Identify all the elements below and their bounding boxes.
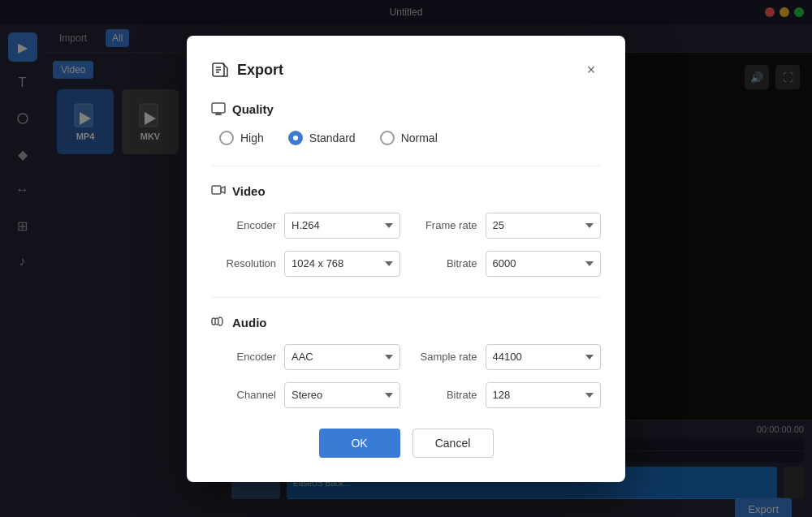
audio-section: Audio Encoder AAC MP3 PCM Sample rate 22 bbox=[211, 314, 601, 408]
video-bitrate-select[interactable]: 2000 4000 6000 8000 10000 bbox=[486, 251, 602, 277]
svg-marker-10 bbox=[221, 187, 225, 193]
audio-section-header: Audio bbox=[211, 314, 601, 332]
video-encoder-select[interactable]: H.264 H.265 VP9 bbox=[284, 213, 400, 239]
video-icon bbox=[211, 183, 226, 200]
video-bitrate-row: Bitrate 2000 4000 6000 8000 10000 bbox=[421, 251, 602, 277]
audio-samplerate-select[interactable]: 22050 44100 48000 bbox=[486, 344, 601, 370]
dialog-footer: OK Cancel bbox=[211, 429, 601, 458]
audio-bitrate-row: Bitrate 64 128 192 256 320 bbox=[421, 382, 602, 408]
video-encoder-label: Encoder bbox=[219, 219, 276, 231]
audio-channel-row: Channel Mono Stereo bbox=[219, 382, 400, 408]
quality-normal-label: Normal bbox=[401, 131, 438, 144]
modal-overlay: Export × Quality High bbox=[0, 0, 812, 517]
export-icon bbox=[211, 60, 229, 80]
dialog-header: Export × bbox=[211, 60, 601, 80]
quality-standard-radio[interactable] bbox=[288, 131, 303, 145]
quality-icon bbox=[211, 101, 226, 118]
ok-button[interactable]: OK bbox=[319, 429, 400, 458]
quality-high-option[interactable]: High bbox=[219, 131, 264, 145]
video-section-title: Video bbox=[232, 184, 266, 198]
cancel-button[interactable]: Cancel bbox=[412, 429, 494, 458]
audio-channel-label: Channel bbox=[219, 389, 276, 401]
svg-rect-9 bbox=[212, 186, 221, 194]
video-section-header: Video bbox=[211, 183, 601, 200]
video-resolution-label: Resolution bbox=[219, 257, 276, 269]
quality-standard-option[interactable]: Standard bbox=[288, 131, 356, 145]
audio-section-title: Audio bbox=[232, 316, 267, 330]
audio-bitrate-select[interactable]: 64 128 192 256 320 bbox=[486, 382, 602, 408]
quality-standard-label: Standard bbox=[309, 131, 356, 144]
video-framerate-row: Frame rate 24 25 30 60 bbox=[421, 213, 602, 239]
dialog-title: Export bbox=[237, 62, 283, 79]
audio-samplerate-row: Sample rate 22050 44100 48000 bbox=[421, 344, 602, 370]
video-resolution-select[interactable]: 1920 x 1080 1280 x 720 1024 x 768 854 x … bbox=[284, 251, 400, 277]
video-encoder-row: Encoder H.264 H.265 VP9 bbox=[219, 213, 400, 239]
video-resolution-row: Resolution 1920 x 1080 1280 x 720 1024 x… bbox=[219, 251, 400, 277]
audio-channel-select[interactable]: Mono Stereo bbox=[284, 382, 400, 408]
quality-high-label: High bbox=[240, 131, 264, 144]
audio-bitrate-label: Bitrate bbox=[421, 389, 477, 401]
quality-radio-group: High Standard Normal bbox=[211, 131, 601, 145]
audio-samplerate-label: Sample rate bbox=[421, 351, 477, 363]
audio-icon bbox=[211, 314, 226, 332]
svg-rect-6 bbox=[212, 103, 225, 113]
divider-2 bbox=[211, 297, 601, 298]
divider-1 bbox=[211, 166, 601, 166]
audio-encoder-select[interactable]: AAC MP3 PCM bbox=[284, 344, 400, 370]
export-dialog: Export × Quality High bbox=[187, 36, 625, 482]
quality-high-radio[interactable] bbox=[219, 131, 234, 145]
quality-normal-radio[interactable] bbox=[380, 131, 395, 145]
video-form-grid: Encoder H.264 H.265 VP9 Frame rate 24 25… bbox=[211, 213, 601, 277]
audio-encoder-row: Encoder AAC MP3 PCM bbox=[219, 344, 400, 370]
dialog-close-btn[interactable]: × bbox=[581, 60, 601, 80]
quality-section-title: Quality bbox=[232, 102, 274, 116]
quality-section: Quality High Standard Normal bbox=[211, 101, 601, 145]
dialog-title-area: Export bbox=[211, 60, 283, 80]
quality-normal-option[interactable]: Normal bbox=[380, 131, 438, 145]
quality-section-header: Quality bbox=[211, 101, 601, 118]
video-framerate-label: Frame rate bbox=[421, 219, 477, 231]
audio-form-grid: Encoder AAC MP3 PCM Sample rate 22050 44… bbox=[211, 344, 601, 408]
video-section: Video Encoder H.264 H.265 VP9 Frame rate bbox=[211, 183, 601, 277]
audio-encoder-label: Encoder bbox=[219, 351, 276, 363]
video-framerate-select[interactable]: 24 25 30 60 bbox=[486, 213, 602, 239]
video-bitrate-label: Bitrate bbox=[421, 257, 477, 269]
